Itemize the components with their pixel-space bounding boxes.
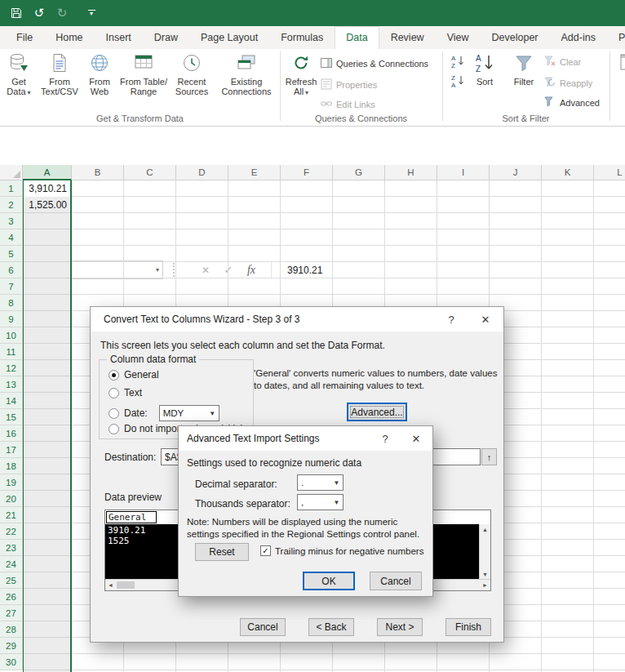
save-icon[interactable] bbox=[5, 0, 28, 26]
advanced-cancel-button[interactable]: Cancel bbox=[370, 572, 422, 590]
cell-a2[interactable]: 1,525.00 bbox=[24, 197, 70, 213]
recent-sources-button[interactable]: Recent Sources bbox=[170, 51, 214, 111]
tab-page-layout[interactable]: Page Layout bbox=[189, 26, 269, 49]
scroll-right-icon[interactable]: ► bbox=[480, 580, 490, 590]
date-format-combobox[interactable]: MDY ▼ bbox=[159, 405, 219, 421]
row-header-7[interactable]: 7 bbox=[0, 278, 23, 295]
tab-pow[interactable]: Pow bbox=[607, 26, 625, 49]
queries-connections-button[interactable]: Queries & Connections bbox=[320, 56, 428, 72]
row-header-28[interactable]: 28 bbox=[0, 621, 23, 638]
radio-button-icon[interactable] bbox=[109, 408, 119, 419]
cell-a1[interactable]: 3,910.21 bbox=[24, 180, 70, 197]
help-icon[interactable]: ? bbox=[372, 426, 398, 451]
radio-general[interactable]: General bbox=[109, 369, 159, 381]
column-header-b[interactable]: B bbox=[72, 165, 124, 180]
radio-button-icon[interactable] bbox=[109, 370, 119, 381]
refresh-all-button[interactable]: Refresh All▾ bbox=[283, 51, 319, 111]
row-header-1[interactable]: 1 bbox=[0, 180, 23, 197]
column-header-e[interactable]: E bbox=[228, 165, 281, 180]
collapse-dialog-button[interactable]: ↑ bbox=[481, 448, 497, 465]
column-header-k[interactable]: K bbox=[542, 165, 594, 180]
column-header-a[interactable]: A bbox=[23, 165, 72, 180]
get-data-button[interactable]: Get Data▾ bbox=[2, 51, 36, 111]
column-header-g[interactable]: G bbox=[333, 165, 385, 180]
reset-button[interactable]: Reset bbox=[195, 543, 249, 561]
decimal-separator-combobox[interactable]: . ▼ bbox=[297, 474, 344, 491]
radio-date[interactable]: Date: MDY ▼ bbox=[109, 405, 219, 421]
wizard-back-button[interactable]: < Back bbox=[308, 618, 354, 636]
row-header-26[interactable]: 26 bbox=[0, 589, 23, 605]
row-header-27[interactable]: 27 bbox=[0, 605, 23, 621]
column-header-c[interactable]: C bbox=[124, 165, 176, 180]
column-header-j[interactable]: J bbox=[490, 165, 542, 180]
advanced-filter-button[interactable]: Advanced bbox=[543, 95, 600, 111]
row-header-2[interactable]: 2 bbox=[0, 197, 23, 213]
undo-icon[interactable]: ↺ bbox=[28, 0, 51, 26]
row-header-6[interactable]: 6 bbox=[0, 262, 23, 278]
close-icon[interactable]: ✕ bbox=[472, 307, 499, 332]
row-header-17[interactable]: 17 bbox=[0, 442, 23, 458]
customize-quick-access-icon[interactable]: ▾ bbox=[80, 0, 103, 26]
combo-caret-icon[interactable]: ▼ bbox=[206, 410, 219, 417]
tab-developer[interactable]: Developer bbox=[481, 26, 550, 49]
filter-button[interactable]: Filter bbox=[506, 51, 542, 111]
advanced-button[interactable]: Advanced... bbox=[347, 403, 407, 421]
column-header-h[interactable]: H bbox=[385, 165, 437, 180]
tab-draw[interactable]: Draw bbox=[143, 26, 189, 49]
row-header-13[interactable]: 13 bbox=[0, 376, 23, 393]
scrollbar-thumb[interactable] bbox=[117, 581, 135, 589]
row-header-5[interactable]: 5 bbox=[0, 246, 23, 262]
row-header-15[interactable]: 15 bbox=[0, 409, 23, 425]
sort-descending-button[interactable]: ZA bbox=[449, 73, 467, 90]
from-text-csv-button[interactable]: From Text/CSV bbox=[38, 51, 81, 111]
radio-text[interactable]: Text bbox=[109, 387, 142, 398]
partial-ribbon-button[interactable] bbox=[614, 51, 625, 111]
row-header-11[interactable]: 11 bbox=[0, 344, 23, 360]
tab-add-ins[interactable]: Add-ins bbox=[550, 26, 607, 49]
row-header-24[interactable]: 24 bbox=[0, 556, 23, 572]
sort-button[interactable]: AZ Sort bbox=[468, 51, 501, 111]
combo-caret-icon[interactable]: ▼ bbox=[330, 499, 343, 506]
tab-review[interactable]: Review bbox=[379, 26, 436, 49]
wizard-finish-button[interactable]: Finish bbox=[445, 618, 491, 636]
column-header-i[interactable]: I bbox=[437, 165, 490, 180]
tab-data[interactable]: Data bbox=[335, 26, 379, 49]
tab-view[interactable]: View bbox=[436, 26, 481, 49]
help-icon[interactable]: ? bbox=[438, 307, 464, 332]
row-header-29[interactable]: 29 bbox=[0, 638, 23, 654]
wizard-next-button[interactable]: Next > bbox=[377, 618, 423, 636]
thousands-separator-combobox[interactable]: , ▼ bbox=[297, 494, 344, 510]
combo-caret-icon[interactable]: ▼ bbox=[330, 479, 343, 487]
row-header-30[interactable]: 30 bbox=[0, 654, 23, 670]
column-header-l[interactable]: L bbox=[594, 165, 625, 180]
scroll-up-icon[interactable]: ▲ bbox=[480, 524, 490, 535]
select-all-corner[interactable] bbox=[0, 165, 23, 180]
row-header-14[interactable]: 14 bbox=[0, 393, 23, 409]
radio-button-icon[interactable] bbox=[109, 424, 119, 434]
row-header-25[interactable]: 25 bbox=[0, 572, 23, 589]
from-web-button[interactable]: From Web bbox=[82, 51, 117, 111]
trailing-minus-checkbox[interactable]: ✓ bbox=[260, 545, 271, 556]
column-header-d[interactable]: D bbox=[176, 165, 228, 180]
row-header-20[interactable]: 20 bbox=[0, 491, 23, 507]
wizard-cancel-button[interactable]: Cancel bbox=[240, 618, 286, 636]
close-icon[interactable]: ✕ bbox=[403, 426, 429, 451]
row-header-3[interactable]: 3 bbox=[0, 213, 23, 229]
from-table-range-button[interactable]: From Table/ Range bbox=[118, 51, 169, 111]
row-header-22[interactable]: 22 bbox=[0, 523, 23, 540]
tab-file[interactable]: File bbox=[5, 26, 44, 49]
tab-insert[interactable]: Insert bbox=[95, 26, 143, 49]
row-header-9[interactable]: 9 bbox=[0, 311, 23, 327]
ok-button[interactable]: OK bbox=[303, 572, 355, 590]
sort-ascending-button[interactable]: AZ bbox=[449, 54, 467, 70]
radio-button-icon[interactable] bbox=[109, 388, 119, 398]
tab-home[interactable]: Home bbox=[44, 26, 94, 49]
scroll-left-icon[interactable]: ◄ bbox=[105, 580, 116, 590]
row-header-16[interactable]: 16 bbox=[0, 425, 23, 442]
selected-column-a[interactable]: 3,910.211,525.00 bbox=[23, 180, 72, 672]
row-header-18[interactable]: 18 bbox=[0, 458, 23, 474]
preview-vertical-scrollbar[interactable]: ▲ ▼ bbox=[479, 524, 490, 580]
tab-formulas[interactable]: Formulas bbox=[269, 26, 335, 49]
column-header-f[interactable]: F bbox=[281, 165, 333, 180]
row-header-19[interactable]: 19 bbox=[0, 474, 23, 491]
